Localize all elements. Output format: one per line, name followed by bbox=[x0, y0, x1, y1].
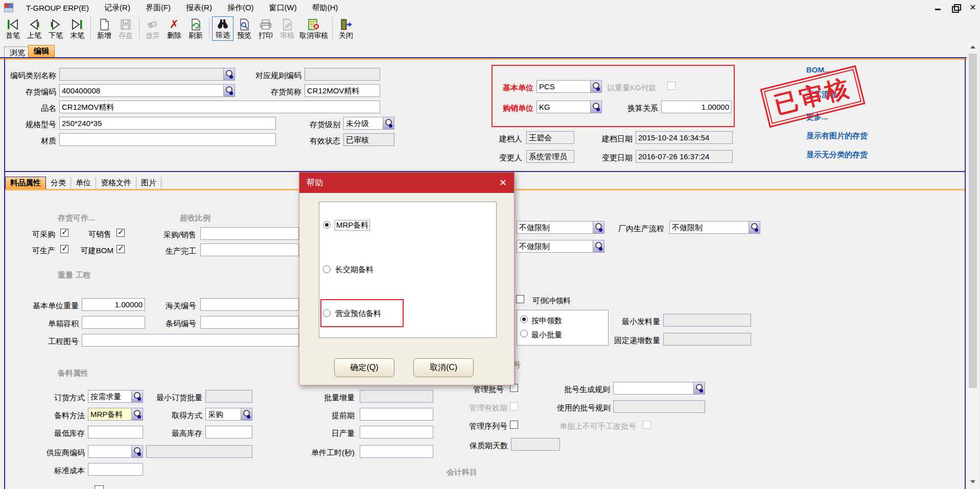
base-unit-weight-field[interactable]: 1.00000 bbox=[82, 298, 145, 311]
spec-field[interactable]: 250*240*35 bbox=[59, 117, 276, 130]
limit1-field[interactable]: 不做限制 bbox=[517, 221, 604, 234]
delete-button[interactable]: ✗ 删除 bbox=[164, 16, 185, 41]
producible-label: 可生产 bbox=[30, 246, 55, 256]
factory-flow-field[interactable]: 不做限制 bbox=[669, 221, 760, 234]
menu-help[interactable]: 帮助(H) bbox=[305, 1, 346, 15]
material-field[interactable] bbox=[59, 133, 276, 146]
scrollbar-thumb[interactable] bbox=[969, 54, 977, 388]
option-mrp[interactable]: MRP备料 bbox=[319, 221, 496, 232]
item-abbr-field[interactable]: CR12MOV精料 bbox=[305, 84, 380, 97]
dialog-close-icon[interactable]: ✕ bbox=[499, 178, 507, 187]
add-button[interactable]: 新增 bbox=[94, 16, 115, 41]
cancel-audit-button[interactable]: 取消审核 bbox=[298, 16, 330, 41]
trade-unit-lookup-icon[interactable] bbox=[590, 101, 602, 113]
scroll-down-icon[interactable] bbox=[968, 477, 978, 486]
trade-unit-field[interactable]: KG bbox=[536, 101, 602, 113]
purchase-sale-field[interactable] bbox=[200, 227, 299, 240]
drawing-no-field[interactable] bbox=[82, 334, 299, 347]
close-button[interactable]: 关闭 bbox=[335, 16, 357, 41]
producible-checkbox[interactable] bbox=[60, 245, 68, 253]
print-button[interactable]: 打印 bbox=[255, 16, 276, 41]
acquire-mode-lookup-icon[interactable] bbox=[241, 408, 252, 421]
scroll-up-icon[interactable] bbox=[968, 42, 978, 52]
lead-time-field[interactable] bbox=[360, 408, 433, 421]
purchasable-checkbox[interactable] bbox=[60, 229, 68, 237]
max-stock-field[interactable] bbox=[205, 426, 252, 438]
menu-tgroup-erp[interactable]: T-GROUP ERP(E) bbox=[18, 2, 97, 14]
preview-button[interactable]: 预览 bbox=[234, 16, 255, 41]
manage-serial-checkbox[interactable] bbox=[510, 421, 518, 429]
daily-output-field[interactable] bbox=[360, 426, 433, 438]
item-grade-field[interactable]: 未分级 bbox=[343, 117, 394, 130]
limit2-lookup-icon[interactable] bbox=[593, 240, 604, 253]
by-request-radio[interactable] bbox=[520, 315, 528, 323]
can-bom-checkbox[interactable] bbox=[116, 245, 125, 253]
menu-report[interactable]: 报表(R) bbox=[178, 1, 220, 15]
conversion-field[interactable]: 1.00000 bbox=[661, 101, 732, 113]
subtab-picture[interactable]: 图片 bbox=[136, 177, 161, 189]
first-record-button[interactable]: 首笔 bbox=[2, 16, 24, 41]
coding-category-lookup-icon[interactable] bbox=[223, 68, 235, 81]
acquire-mode-field[interactable]: 采购 bbox=[205, 408, 252, 421]
subtab-item-attr[interactable]: 料品属性 bbox=[5, 177, 46, 189]
base-unit-lookup-icon[interactable] bbox=[590, 80, 602, 93]
tab-browse[interactable]: 浏览 bbox=[4, 46, 31, 58]
option-long-lead-radio[interactable] bbox=[323, 265, 331, 273]
menu-interface[interactable]: 界面(F) bbox=[138, 1, 178, 15]
unit-annotation-box bbox=[492, 65, 735, 127]
refresh-button[interactable]: 刷新 bbox=[185, 16, 206, 41]
menu-operation[interactable]: 操作(O) bbox=[220, 1, 262, 15]
link-show-uncategorized[interactable]: 显示无分类的存货 bbox=[806, 150, 868, 160]
cancel-button[interactable]: 取消(C) bbox=[413, 358, 474, 377]
coding-category-field[interactable] bbox=[59, 68, 235, 81]
factory-flow-lookup-icon[interactable] bbox=[749, 221, 760, 234]
rule-code-field[interactable] bbox=[305, 68, 380, 81]
last-record-button[interactable]: 末笔 bbox=[66, 16, 88, 41]
min-batch-radio[interactable] bbox=[520, 330, 528, 337]
minimize-icon[interactable] bbox=[934, 4, 942, 12]
vertical-scrollbar[interactable] bbox=[968, 42, 978, 487]
item-code-lookup-icon[interactable] bbox=[223, 84, 235, 97]
help-dialog-titlebar[interactable]: 帮助 ✕ bbox=[299, 173, 514, 193]
prod-finish-field[interactable] bbox=[200, 243, 299, 256]
batch-rule-field[interactable] bbox=[613, 382, 705, 395]
manage-serial-label: 管理序列号 bbox=[469, 421, 510, 431]
order-mode-field[interactable]: 按需求量 bbox=[88, 390, 143, 403]
link-show-with-pics[interactable]: 显示有图片的存货 bbox=[806, 131, 868, 141]
next-record-button[interactable]: 下笔 bbox=[45, 16, 66, 41]
restore-icon[interactable] bbox=[951, 4, 960, 12]
menu-window[interactable]: 窗口(W) bbox=[262, 1, 305, 15]
min-stock-field[interactable] bbox=[88, 426, 143, 438]
ok-button[interactable]: 确定(Q) bbox=[334, 358, 394, 377]
box-volume-field[interactable] bbox=[82, 316, 145, 329]
prep-method-lookup-icon[interactable] bbox=[131, 408, 143, 421]
filter-button[interactable]: 筛选 bbox=[212, 16, 234, 41]
supplier-code-field[interactable] bbox=[88, 445, 143, 458]
supplier-code-lookup-icon[interactable] bbox=[131, 445, 143, 458]
menu-record[interactable]: 记录(R) bbox=[97, 1, 138, 15]
option-mrp-radio[interactable] bbox=[323, 221, 331, 229]
batch-rule-lookup-icon[interactable] bbox=[693, 382, 705, 395]
std-cost-field[interactable] bbox=[88, 463, 143, 476]
subtab-qualification[interactable]: 资格文件 bbox=[96, 177, 136, 189]
item-grade-lookup-icon[interactable] bbox=[383, 117, 394, 130]
base-unit-field[interactable]: PCS bbox=[536, 80, 602, 93]
limit2-field[interactable]: 不做限制 bbox=[517, 240, 604, 253]
customs-code-field[interactable] bbox=[200, 298, 299, 311]
prep-method-field[interactable]: MRP备料 bbox=[88, 408, 143, 421]
barcode-field[interactable] bbox=[200, 316, 299, 329]
unit-work-sec-field[interactable] bbox=[360, 445, 433, 458]
subtab-category[interactable]: 分类 bbox=[46, 177, 71, 189]
item-name-field[interactable]: CR12MOV精料 bbox=[59, 101, 380, 113]
tab-edit[interactable]: 编辑 bbox=[28, 45, 55, 58]
prod-finish-label: 生产完工 bbox=[153, 246, 196, 256]
backflush-checkbox[interactable] bbox=[516, 295, 524, 303]
subtab-unit[interactable]: 单位 bbox=[71, 177, 96, 189]
close-window-icon[interactable]: ✕ bbox=[969, 4, 977, 12]
sellable-checkbox[interactable] bbox=[116, 229, 125, 237]
option-long-lead[interactable]: 长交期备料 bbox=[319, 265, 496, 276]
item-code-field[interactable]: 400400008 bbox=[59, 84, 235, 97]
prev-record-button[interactable]: 上笔 bbox=[24, 16, 45, 41]
limit1-lookup-icon[interactable] bbox=[593, 221, 604, 234]
order-mode-lookup-icon[interactable] bbox=[131, 390, 143, 403]
